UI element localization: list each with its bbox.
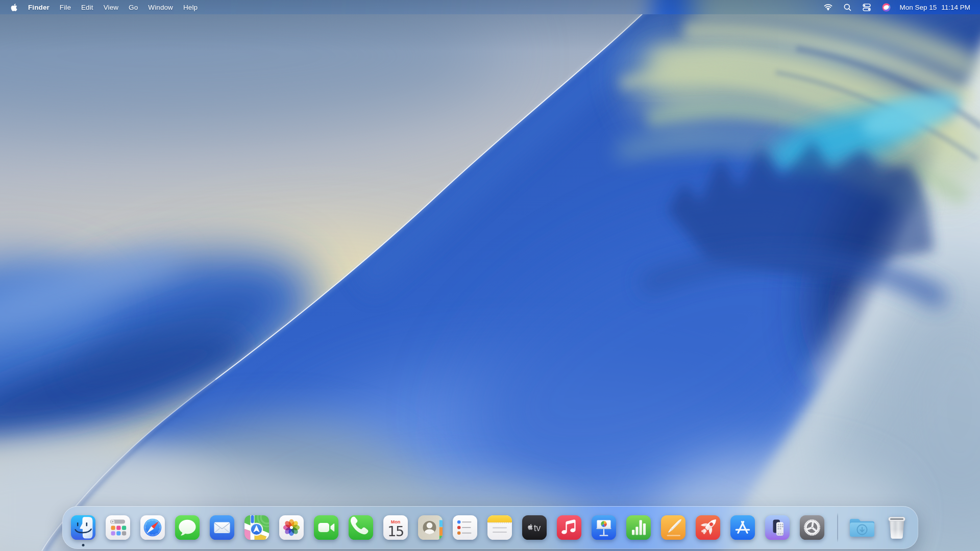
dock-item-downloads[interactable] <box>849 515 875 540</box>
dock-item-messages[interactable] <box>175 515 200 540</box>
clock-date: Mon Sep 15 <box>899 4 937 11</box>
dock-item-music[interactable] <box>556 515 582 540</box>
dock-item-settings[interactable] <box>799 515 825 540</box>
dock-item-facetime[interactable] <box>313 515 339 540</box>
apple-logo-icon <box>10 3 17 12</box>
svg-text:15: 15 <box>387 523 403 539</box>
control-center-icon[interactable] <box>863 4 871 11</box>
dock-item-notes[interactable] <box>487 515 512 540</box>
dock-item-maps[interactable] <box>244 515 270 540</box>
dock-item-phone[interactable] <box>348 515 374 540</box>
desktop-wallpaper <box>0 0 980 551</box>
wifi-icon[interactable] <box>824 4 832 11</box>
menu-file[interactable]: File <box>60 4 71 11</box>
dock-item-games[interactable] <box>695 515 721 540</box>
running-indicator <box>82 544 85 546</box>
dock-item-contacts[interactable] <box>418 515 443 540</box>
dock-item-iphone-mirroring[interactable] <box>765 515 790 540</box>
menu-help[interactable]: Help <box>183 4 198 11</box>
dock-item-photos[interactable] <box>279 515 304 540</box>
menu-finder[interactable]: Finder <box>28 4 50 11</box>
menu-view[interactable]: View <box>104 4 118 11</box>
dock-item-safari[interactable] <box>140 515 165 540</box>
dock-item-trash[interactable] <box>884 515 910 540</box>
menu-window[interactable]: Window <box>148 4 173 11</box>
dock-item-reminders[interactable] <box>452 515 478 540</box>
dock-item-keynote[interactable] <box>591 515 617 540</box>
dock-item-pages[interactable] <box>660 515 686 540</box>
dock-separator <box>837 513 838 542</box>
dock-item-finder[interactable] <box>70 515 96 540</box>
dock-item-calendar[interactable]: Mon 15 <box>383 515 408 540</box>
dock-item-tv[interactable]: tv <box>522 515 547 540</box>
apple-menu[interactable] <box>10 3 17 12</box>
dock-item-appstore[interactable] <box>730 515 755 540</box>
dock: Mon 15 t <box>62 506 918 549</box>
menu-go[interactable]: Go <box>129 4 138 11</box>
menu-edit[interactable]: Edit <box>81 4 93 11</box>
dock-item-apps[interactable] <box>105 515 131 540</box>
clock-time: 11:14 PM <box>941 4 970 11</box>
dock-item-numbers[interactable] <box>626 515 651 540</box>
spotlight-search-icon[interactable] <box>844 4 851 11</box>
menu-bar-clock[interactable]: Mon Sep 1511:14 PM <box>899 4 970 11</box>
menu-bar: FinderFileEditViewGoWindowHelp Mon Sep 1… <box>0 0 980 14</box>
siri-icon[interactable] <box>882 3 891 12</box>
dock-item-mail[interactable] <box>209 515 235 540</box>
desktop: FinderFileEditViewGoWindowHelp Mon Sep 1… <box>0 0 980 551</box>
svg-text:tv: tv <box>534 523 541 533</box>
